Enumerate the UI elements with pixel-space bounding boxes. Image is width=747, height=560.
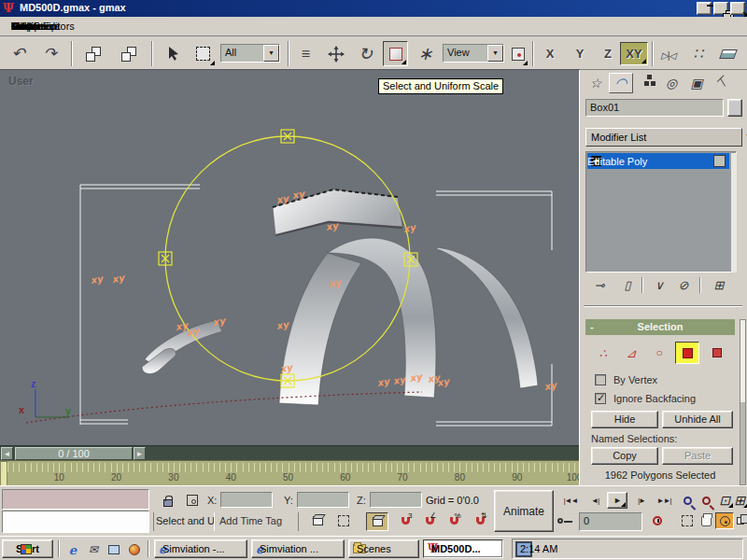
quick-launch-desktop-icon[interactable] [106, 542, 121, 557]
time-configuration-button[interactable] [648, 512, 667, 529]
hide-button[interactable]: Hide [591, 411, 658, 428]
next-frame-button[interactable] [631, 492, 652, 509]
add-time-tag[interactable]: Add Time Tag [217, 512, 299, 531]
use-center-flyout-button[interactable] [508, 41, 529, 66]
redo-button[interactable] [37, 41, 63, 66]
modifier-list-dropdown[interactable]: Modifier List [585, 128, 742, 147]
start-button[interactable]: Start [2, 539, 53, 558]
mirror-button[interactable] [655, 41, 681, 66]
reference-coordinate-system-dropdown[interactable]: View [443, 44, 504, 63]
selection-filter-toggle[interactable] [334, 512, 353, 529]
tab-create[interactable] [584, 73, 608, 93]
track-bar[interactable]: 102030405060708090100 [0, 460, 579, 485]
stack-scrollbar[interactable] [731, 153, 737, 273]
snap-3d-button[interactable] [394, 512, 416, 531]
tab-display[interactable] [684, 73, 709, 93]
arc-rotate-button[interactable] [715, 512, 734, 529]
chevron-down-icon[interactable] [263, 45, 279, 62]
isolate-tool-button[interactable] [308, 512, 327, 529]
restrict-y-button[interactable]: Y [568, 42, 592, 65]
minimize-button[interactable] [697, 2, 712, 15]
show-end-result-button[interactable] [617, 276, 638, 294]
z-coord-field[interactable] [370, 492, 422, 508]
snaps-toggle-button[interactable] [366, 512, 388, 531]
polygon-mode-button[interactable] [675, 342, 699, 364]
panel-scrollbar[interactable] [740, 319, 746, 485]
object-name-field[interactable]: Box01 [585, 99, 724, 117]
border-mode-button[interactable] [647, 342, 671, 364]
stack-item-editable-poly[interactable]: Editable Poly [587, 153, 729, 169]
selection-lock-toggle[interactable] [159, 492, 177, 509]
min-max-toggle-button[interactable] [734, 512, 747, 529]
undo-button[interactable] [6, 41, 31, 66]
element-mode-button[interactable] [705, 342, 729, 364]
select-object-button[interactable] [161, 41, 186, 66]
copy-button[interactable]: Copy [591, 447, 658, 465]
unlink-selection-button[interactable] [116, 41, 141, 66]
region-zoom-button[interactable] [678, 512, 697, 529]
ignore-backfacing-checkbox[interactable] [595, 393, 606, 404]
maxscript-mini-listener-white[interactable] [2, 511, 149, 533]
unhide-all-button[interactable]: Unhide All [662, 411, 733, 428]
make-unique-button[interactable] [649, 276, 669, 294]
task-simviation-2[interactable]: e Simviation ... [251, 539, 345, 558]
previous-frame-arrow[interactable] [1, 447, 13, 460]
play-animation-button[interactable] [607, 492, 627, 509]
pin-stack-button[interactable] [589, 276, 610, 294]
quick-launch-mail-icon[interactable] [86, 542, 101, 557]
select-and-manipulate-button[interactable] [413, 41, 438, 66]
by-vertex-checkbox[interactable] [595, 374, 606, 385]
y-coord-field[interactable] [297, 492, 349, 508]
go-to-end-button[interactable] [654, 492, 674, 509]
restrict-z-button[interactable]: Z [596, 42, 620, 65]
paste-button[interactable]: Paste [662, 447, 733, 465]
animate-button[interactable]: Animate [494, 490, 554, 532]
next-frame-arrow[interactable] [134, 447, 146, 460]
time-slider-handle[interactable]: 0 / 100 [15, 447, 133, 460]
select-and-rotate-button[interactable] [353, 41, 378, 66]
current-frame-field[interactable]: 0 [579, 512, 642, 531]
visibility-toggle-icon[interactable] [713, 155, 726, 167]
zoom-button[interactable] [678, 492, 697, 509]
percent-snap-button[interactable] [443, 512, 465, 531]
previous-frame-button[interactable] [585, 492, 605, 509]
restore-button[interactable] [713, 2, 728, 15]
configure-modifier-sets-button[interactable] [709, 276, 729, 294]
absolute-mode-toggle[interactable] [183, 492, 202, 509]
maxscript-mini-listener-pink[interactable] [2, 489, 149, 510]
set-key-button[interactable] [555, 512, 573, 529]
task-simviation-1[interactable]: e Simviation -... [154, 539, 247, 558]
object-color-swatch[interactable] [727, 99, 742, 117]
time-slider-track[interactable]: 0 / 100 [0, 445, 579, 460]
selection-filter-dropdown[interactable]: All [220, 44, 280, 63]
select-by-name-button[interactable] [293, 41, 318, 66]
modifier-stack[interactable]: Editable Poly [585, 151, 737, 273]
tab-utilities[interactable] [710, 73, 734, 93]
title-bar[interactable]: Ψ MD500D.gmax - gmax [0, 0, 747, 17]
spinner-snap-button[interactable] [469, 512, 491, 531]
tab-motion[interactable] [659, 73, 684, 93]
chevron-down-icon[interactable] [487, 45, 503, 62]
zoom-extents-all-button[interactable] [730, 492, 747, 509]
tab-modify[interactable] [609, 73, 633, 93]
viewport[interactable]: z y x xyxyxyxyxyxyxyxyxyxyxyxyxyxyxyxyxy… [0, 70, 579, 445]
close-button[interactable] [730, 2, 745, 15]
quick-launch-ie-icon[interactable]: e [65, 542, 80, 557]
vertex-mode-button[interactable] [591, 342, 615, 364]
rectangular-selection-region-button[interactable] [190, 41, 216, 66]
taskbar-clock[interactable]: 2:14 AM [516, 543, 561, 554]
task-scenes[interactable]: Scenes [348, 539, 419, 558]
pan-view-button[interactable] [697, 512, 715, 529]
array-button[interactable] [685, 41, 711, 66]
angle-snap-button[interactable] [418, 512, 441, 531]
restrict-xy-plane-button[interactable]: XY [620, 42, 648, 65]
menu-help[interactable]: Help [4, 21, 40, 32]
go-to-start-button[interactable] [560, 492, 581, 509]
select-and-move-button[interactable] [323, 41, 348, 66]
select-and-link-button[interactable] [80, 41, 106, 66]
viewport-label[interactable]: User [8, 75, 34, 88]
tab-hierarchy[interactable] [634, 73, 658, 93]
restrict-x-button[interactable]: X [538, 42, 562, 65]
x-coord-field[interactable] [220, 492, 273, 508]
edge-mode-button[interactable] [619, 342, 643, 364]
